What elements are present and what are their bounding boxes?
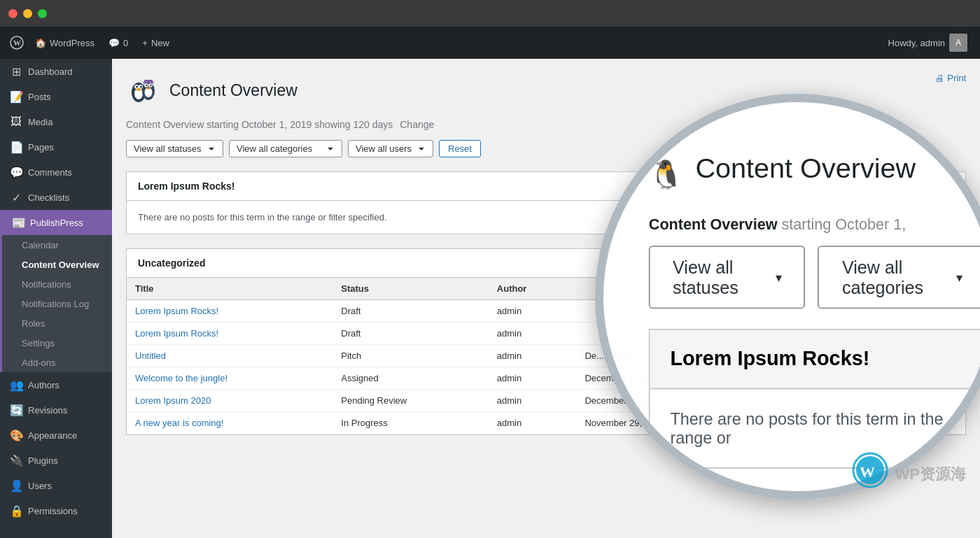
cell-ago — [826, 323, 965, 345]
sidebar-item-authors[interactable]: 👥 Authors — [0, 372, 112, 397]
sidebar-item-checklists[interactable]: ✓ Checklists — [0, 185, 112, 210]
svg-point-15 — [147, 87, 150, 90]
publishpress-icon: 📰 — [12, 216, 24, 229]
cell-status: Pitch — [332, 345, 489, 367]
sidebar-item-calendar[interactable]: Calendar — [2, 235, 112, 255]
cell-ago: 7 minutes ago — [826, 412, 965, 434]
printer-icon: 🖨 — [935, 73, 944, 83]
new-content-link[interactable]: + New — [135, 27, 176, 59]
cell-author: admin — [489, 367, 577, 390]
cell-title: Lorem Ipsum 2020 — [127, 390, 332, 412]
wp-logo-icon[interactable]: W — [6, 27, 28, 59]
table-row: Untitled Pitch admin De... 12:00 — [127, 345, 965, 367]
col-title: Title — [127, 278, 332, 300]
minimize-button[interactable] — [23, 9, 32, 18]
sidebar-item-roles[interactable]: Roles — [2, 313, 112, 333]
checklists-icon: ✓ — [10, 191, 22, 204]
table-row: Lorem Ipsum Rocks! Draft admin — [127, 323, 965, 345]
cell-author: admin — [489, 300, 577, 323]
cell-status: Pending Review — [332, 390, 489, 412]
reset-button[interactable]: Reset — [439, 140, 481, 157]
status-filter[interactable]: View all statuses Draft Pitch Assigned P… — [126, 140, 223, 157]
plugins-icon: 🔌 — [10, 454, 22, 467]
cell-ago — [826, 345, 965, 367]
cell-author: admin — [489, 412, 577, 434]
user-menu[interactable]: Howdy, admin A — [881, 27, 974, 59]
users-filter[interactable]: View all users admin — [348, 140, 433, 157]
sidebar-item-comments[interactable]: 💬 Comments — [0, 160, 112, 185]
media-icon: 🖼 — [10, 115, 22, 128]
wp-watermark-text: WP资源海 — [895, 464, 966, 485]
sidebar-item-notifications[interactable]: Notifications — [2, 274, 112, 294]
cell-author: admin — [489, 323, 577, 345]
close-button[interactable] — [8, 9, 18, 18]
sidebar-item-notifications-log[interactable]: Notifications Log — [2, 294, 112, 313]
svg-point-8 — [136, 88, 141, 91]
sidebar-item-appearance[interactable]: 🎨 Appearance — [0, 423, 112, 448]
col-status: Status — [332, 278, 489, 300]
sidebar-item-pages[interactable]: 📄 Pages — [0, 134, 112, 160]
authors-icon: 👥 — [10, 378, 22, 392]
col-date — [576, 278, 825, 300]
change-link[interactable]: Change — [400, 119, 434, 130]
cell-date — [576, 323, 825, 345]
page-title: Content Overview — [169, 81, 298, 100]
col-author: Author — [489, 278, 577, 300]
comments-icon: 💬 — [108, 38, 120, 48]
cell-ago — [826, 367, 965, 390]
posts-icon: 📝 — [10, 90, 22, 104]
wp-watermark: W WP资源海 — [852, 452, 966, 496]
sidebar-item-content-overview[interactable]: Content Overview — [2, 255, 112, 274]
cell-date: December 2, 2019 12:00 am — [576, 390, 825, 412]
svg-text:W: W — [860, 463, 875, 481]
page-header: Content Overview — [126, 73, 966, 108]
sidebar: ⊞ Dashboard 📝 Posts 🖼 Media 📄 Pages 💬 Co… — [0, 59, 112, 538]
table-row: Welcome to the jungle! Assigned admin De… — [127, 367, 965, 390]
cell-title: Untitled — [127, 345, 332, 367]
sidebar-item-plugins[interactable]: 🔌 Plugins — [0, 448, 112, 473]
cell-author: admin — [489, 345, 577, 367]
comments-link[interactable]: 💬 0 — [102, 27, 135, 59]
svg-point-7 — [140, 86, 142, 88]
table-row: Lorem Ipsum 2020 Pending Review admin De… — [127, 390, 965, 412]
cell-ago — [826, 300, 965, 323]
section-header-uncategorized: Uncategorized — [127, 249, 965, 278]
no-posts-message: There are no posts for this term in the … — [127, 201, 965, 234]
pages-icon: 📄 — [10, 141, 22, 154]
users-icon: 👤 — [10, 479, 22, 493]
sidebar-item-users[interactable]: 👤 Users — [0, 473, 112, 498]
cell-date: November 29, 2019 10:00 — [576, 412, 825, 434]
howdy-text: Howdy, admin — [888, 38, 945, 48]
maximize-button[interactable] — [38, 9, 47, 18]
sidebar-item-add-ons[interactable]: Add-ons — [2, 353, 112, 372]
section-uncategorized: Uncategorized Title Status Author Lorem … — [126, 248, 966, 435]
sidebar-item-revisions[interactable]: 🔄 Revisions — [0, 397, 112, 423]
admin-bar: W 🏠 WordPress 💬 0 + New Howdy, admin A — [0, 27, 980, 59]
sidebar-item-publishpress[interactable]: 📰 PublishPress — [2, 210, 112, 235]
main-content: 🖨 Print — [112, 59, 980, 538]
sidebar-item-settings[interactable]: Settings — [2, 333, 112, 353]
print-link[interactable]: 🖨 Print — [935, 73, 966, 83]
dashboard-icon: ⊞ — [10, 65, 22, 78]
home-icon: 🏠 — [35, 38, 46, 48]
sidebar-item-media[interactable]: 🖼 Media — [0, 109, 112, 134]
cell-status: Assigned — [332, 367, 489, 390]
wp-watermark-logo: W — [852, 452, 888, 496]
category-filter[interactable]: View all categories Lorem Ipsum Rocks! U… — [229, 140, 342, 157]
cell-title: Lorem Ipsum Rocks! — [127, 300, 332, 323]
plus-icon: + — [142, 38, 148, 48]
site-name-link[interactable]: 🏠 WordPress — [28, 27, 102, 59]
wp-layout: ⊞ Dashboard 📝 Posts 🖼 Media 📄 Pages 💬 Co… — [0, 59, 980, 538]
section-lorem-ipsum: Lorem Ipsum Rocks! There are no posts fo… — [126, 171, 966, 234]
svg-point-6 — [136, 86, 138, 88]
avatar: A — [949, 34, 967, 52]
content-table: Title Status Author Lorem Ipsum Rocks! D… — [127, 278, 965, 434]
cell-author: admin — [489, 390, 577, 412]
sidebar-item-posts[interactable]: 📝 Posts — [0, 84, 112, 109]
plugin-logo — [126, 73, 161, 108]
section-header-lorem-ipsum: Lorem Ipsum Rocks! — [127, 172, 965, 201]
sidebar-item-permissions[interactable]: 🔒 Permissions — [0, 498, 112, 523]
appearance-icon: 🎨 — [10, 429, 22, 442]
sidebar-item-dashboard[interactable]: ⊞ Dashboard — [0, 59, 112, 84]
cell-status: Draft — [332, 323, 489, 345]
